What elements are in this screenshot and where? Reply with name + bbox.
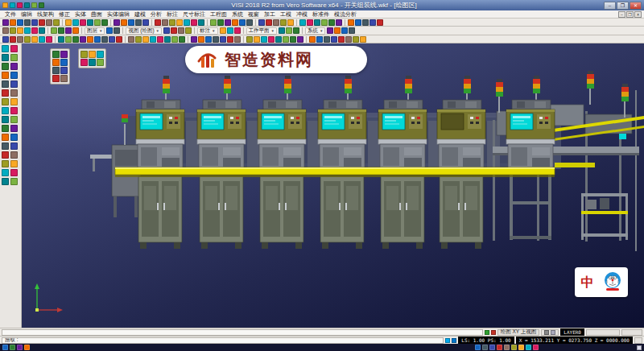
tool-icon[interactable]: [338, 36, 345, 43]
tool-icon[interactable]: [39, 19, 45, 26]
tool-icon[interactable]: [2, 2, 8, 8]
tool-icon[interactable]: [80, 19, 86, 26]
tool-icon[interactable]: [10, 98, 18, 105]
tool-icon[interactable]: [273, 19, 279, 26]
tool-icon[interactable]: [369, 19, 376, 26]
tool-icon[interactable]: [72, 36, 79, 43]
tool-icon[interactable]: [2, 63, 9, 70]
menu-item-13[interactable]: 视窗: [246, 10, 262, 18]
tool-icon[interactable]: [60, 59, 68, 66]
tool-icon[interactable]: [360, 36, 366, 43]
tool-icon[interactable]: [10, 72, 18, 79]
tool-icon[interactable]: [89, 59, 96, 66]
tool-icon[interactable]: [17, 2, 23, 8]
tool-icon[interactable]: [101, 19, 108, 26]
tool-icon[interactable]: [39, 36, 45, 43]
tool-icon[interactable]: [299, 19, 306, 26]
tool-icon[interactable]: [97, 59, 104, 66]
tool-icon[interactable]: [142, 36, 149, 43]
tool-icon[interactable]: [184, 19, 190, 26]
taskbar-icon[interactable]: [497, 345, 502, 350]
tool-icon[interactable]: [179, 36, 185, 43]
tool-icon[interactable]: [321, 19, 328, 26]
select-mode-icon[interactable]: [452, 338, 456, 343]
tool-icon[interactable]: [89, 51, 96, 58]
tool-icon[interactable]: [58, 27, 64, 34]
tool-icon[interactable]: [116, 36, 122, 43]
tool-icon[interactable]: [2, 134, 9, 141]
tool-icon[interactable]: [198, 36, 204, 43]
tool-icon[interactable]: [72, 27, 79, 34]
tool-icon[interactable]: [39, 27, 45, 34]
taskbar-icon[interactable]: [533, 345, 539, 350]
tool-icon[interactable]: [275, 36, 282, 43]
tool-icon[interactable]: [128, 36, 134, 43]
tool-icon[interactable]: [198, 19, 204, 26]
tool-icon[interactable]: [178, 27, 184, 34]
tool-icon[interactable]: [10, 116, 18, 123]
tool-icon[interactable]: [60, 67, 68, 74]
minimize-button[interactable]: –: [604, 2, 616, 10]
tool-icon[interactable]: [163, 27, 170, 34]
tool-icon[interactable]: [286, 27, 292, 34]
tool-icon[interactable]: [220, 27, 226, 34]
taskbar-icon[interactable]: [518, 345, 524, 350]
tool-icon[interactable]: [266, 19, 272, 26]
snap-settings-box[interactable]: [541, 329, 559, 336]
toolbar-dropdown[interactable]: 工作平面▼: [246, 27, 277, 35]
viewport-3d[interactable]: 智造资料网 中: [22, 43, 644, 328]
tool-icon[interactable]: [293, 27, 299, 34]
maximize-button[interactable]: ❐: [617, 2, 629, 10]
mdi-restore-button[interactable]: ❐: [626, 11, 634, 18]
tool-icon[interactable]: [279, 27, 285, 34]
tool-icon[interactable]: [314, 19, 320, 26]
tool-icon[interactable]: [58, 36, 64, 43]
menu-item-16[interactable]: 冲模: [294, 10, 310, 18]
start-button[interactable]: [2, 345, 8, 350]
toolbar-dropdown[interactable]: 视图 (绘图)▼: [126, 27, 162, 35]
tool-icon[interactable]: [176, 19, 183, 26]
tool-icon[interactable]: [31, 2, 37, 8]
tool-icon[interactable]: [10, 54, 18, 61]
tool-icon[interactable]: [2, 125, 9, 132]
tool-icon[interactable]: [65, 27, 72, 34]
menu-item-3[interactable]: 修正: [56, 10, 72, 18]
tool-icon[interactable]: [328, 19, 335, 26]
tool-icon[interactable]: [227, 27, 233, 34]
tool-icon[interactable]: [336, 19, 342, 26]
tool-icon[interactable]: [80, 36, 86, 43]
tool-icon[interactable]: [210, 19, 217, 26]
tool-icon[interactable]: [2, 54, 9, 61]
tool-icon[interactable]: [53, 19, 60, 26]
taskbar-icon[interactable]: [526, 345, 531, 350]
tool-icon[interactable]: [327, 27, 333, 34]
tool-icon[interactable]: [268, 36, 275, 43]
tool-icon[interactable]: [31, 27, 38, 34]
tool-icon[interactable]: [10, 27, 16, 34]
tool-icon[interactable]: [232, 19, 238, 26]
tool-icon[interactable]: [2, 81, 9, 88]
tool-icon[interactable]: [17, 27, 23, 34]
tool-icon[interactable]: [150, 36, 156, 43]
tool-icon[interactable]: [2, 98, 9, 105]
tool-icon[interactable]: [142, 19, 149, 26]
toolbar-dropdown[interactable]: 系统▼: [305, 27, 325, 35]
tool-icon[interactable]: [164, 36, 171, 43]
tool-icon[interactable]: [162, 19, 168, 26]
tool-icon[interactable]: [39, 2, 44, 8]
taskbar-icon[interactable]: [504, 345, 510, 350]
tool-icon[interactable]: [362, 19, 369, 26]
taskbar-icon[interactable]: [482, 345, 488, 350]
menu-item-15[interactable]: 工模: [278, 10, 294, 18]
tool-icon[interactable]: [309, 36, 316, 43]
tool-icon[interactable]: [171, 27, 177, 34]
taskbar-icon[interactable]: [10, 345, 15, 350]
tool-icon[interactable]: [10, 36, 16, 43]
taskbar-icon[interactable]: [24, 345, 30, 350]
tool-icon[interactable]: [87, 19, 93, 26]
tool-icon[interactable]: [258, 19, 265, 26]
tool-icon[interactable]: [10, 19, 16, 26]
tool-icon[interactable]: [94, 36, 101, 43]
tool-icon[interactable]: [72, 19, 79, 26]
menu-item-2[interactable]: 线架构: [35, 10, 56, 18]
